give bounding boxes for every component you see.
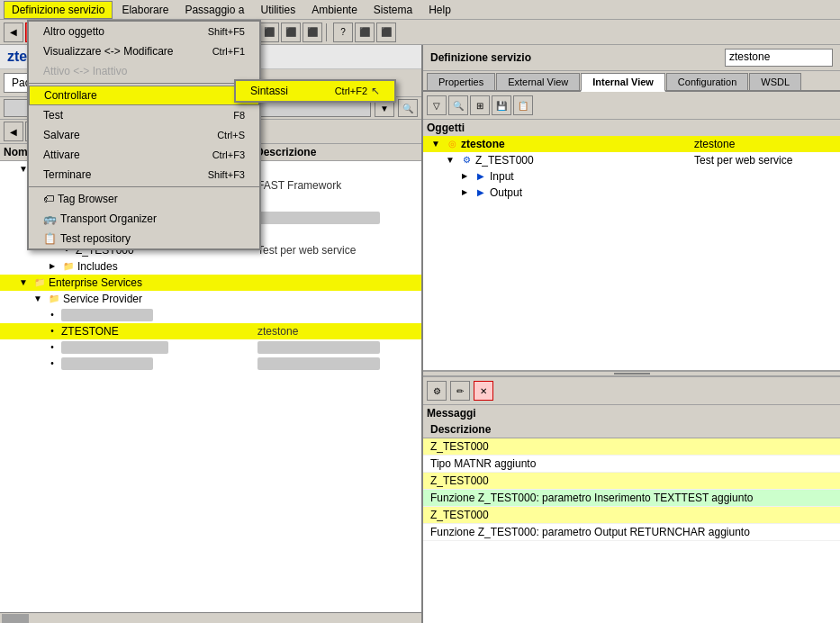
dropdown-menu: Altro oggetto Shift+F5 Visualizzare <-> … [27,20,261,250]
menu-label: Attivare [43,149,80,161]
menu-terminare[interactable]: Terminare Shift+F3 [29,165,259,185]
menu-shortcut: Ctrl+F3 [194,149,245,160]
menu-label: Attivo <-> Inattivo [43,65,127,77]
cursor-icon: ↖ [371,85,380,97]
transport-icon: 🚌 [43,212,57,225]
menu-shortcut: Ctrl+S [199,130,245,140]
menu-transport-organizer[interactable]: 🚌 Transport Organizer [29,209,259,229]
menu-separator2 [29,186,259,187]
app-window: Definizione servizio Elaborare Passaggio… [0,0,840,623]
menu-controllare[interactable]: Controllare ▶ [29,86,259,105]
menu-label: Test repository [60,232,131,245]
submenu: Sintassi Ctrl+F2 ↖ [234,79,396,103]
dropdown-overlay[interactable]: Altro oggetto Shift+F5 Visualizzare <-> … [0,0,840,623]
menu-test-repository[interactable]: 📋 Test repository [29,229,259,248]
submenu-shortcut: Ctrl+F2 [317,86,367,96]
menu-shortcut: Shift+F3 [190,169,245,180]
menu-shortcut: Ctrl+F1 [194,46,245,57]
menu-visualizzare[interactable]: Visualizzare <-> Modificare Ctrl+F1 [29,41,259,61]
menu-label: Transport Organizer [60,212,157,225]
menu-shortcut: F8 [215,110,245,121]
test-icon: 📋 [43,232,57,245]
menu-test[interactable]: Test F8 [29,105,259,125]
menu-altro-oggetto[interactable]: Altro oggetto Shift+F5 [29,22,259,41]
menu-salvare[interactable]: Salvare Ctrl+S [29,125,259,145]
submenu-sintassi[interactable]: Sintassi Ctrl+F2 ↖ [236,81,394,101]
menu-label: Tag Browser [58,193,118,205]
tag-icon: 🏷 [43,193,54,205]
menu-label: Test [43,109,63,122]
menu-label: Altro oggetto [43,25,104,38]
menu-label: Visualizzare <-> Modificare [43,45,174,58]
menu-tag-browser[interactable]: 🏷 Tag Browser [29,189,259,209]
menu-separator1 [29,83,259,84]
submenu-label: Sintassi [250,85,288,97]
menu-label: Salvare [43,129,80,141]
menu-label: Controllare [44,89,97,102]
menu-shortcut: Shift+F5 [190,26,245,37]
menu-label: Terminare [43,168,91,181]
menu-attivare[interactable]: Attivare Ctrl+F3 [29,145,259,165]
menu-attivo-inattivo[interactable]: Attivo <-> Inattivo [29,61,259,81]
